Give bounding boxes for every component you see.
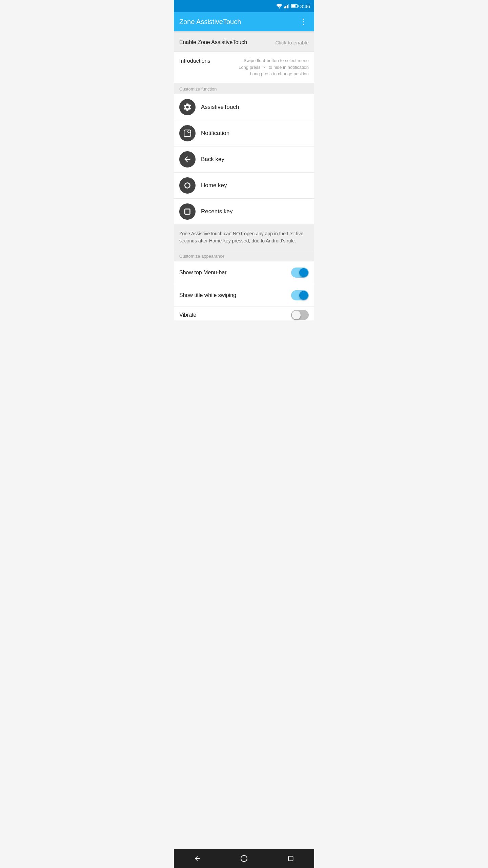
show-top-menu-bar-label: Show top Menu-bar	[179, 270, 227, 276]
show-title-while-swiping-label: Show title while swiping	[179, 292, 236, 298]
show-title-while-swiping-row[interactable]: Show title while swiping	[174, 284, 314, 307]
intro-line1: Swipe float-button to select menu	[239, 57, 309, 64]
gear-icon	[183, 103, 192, 112]
homekey-icon-circle	[179, 177, 196, 194]
show-top-menu-bar-toggle[interactable]	[291, 268, 309, 278]
svg-rect-1	[284, 7, 285, 8]
app-title: Zone AssistiveTouch	[179, 18, 241, 26]
signal-icon	[284, 4, 289, 8]
status-icons: 3:46	[276, 3, 310, 9]
backkey-label: Back key	[201, 156, 224, 163]
show-title-while-swiping-toggle[interactable]	[291, 290, 309, 300]
customize-function-header: Customize function	[174, 83, 314, 94]
enable-zone-row[interactable]: Enable Zone AssistiveTouch Click to enab…	[174, 33, 314, 52]
introductions-description: Swipe float-button to select menu Long p…	[239, 57, 309, 77]
svg-rect-6	[298, 5, 298, 7]
app-bar: Zone AssistiveTouch ⋮	[174, 12, 314, 31]
menu-item-notification[interactable]: Notification	[174, 120, 314, 146]
svg-rect-3	[287, 5, 288, 8]
home-icon	[183, 181, 192, 190]
introductions-row[interactable]: Introductions Swipe float-button to sele…	[174, 52, 314, 83]
wifi-icon	[276, 4, 282, 8]
intro-line3: Long press to change position	[239, 71, 309, 77]
show-top-menu-bar-row[interactable]: Show top Menu-bar	[174, 261, 314, 284]
back-icon	[183, 155, 192, 164]
notification-icon	[183, 129, 192, 138]
content: Enable Zone AssistiveTouch Click to enab…	[174, 33, 314, 339]
recents-icon	[183, 207, 192, 216]
more-options-icon[interactable]: ⋮	[298, 16, 309, 27]
svg-rect-4	[288, 4, 289, 8]
notification-icon-circle	[179, 125, 196, 141]
svg-point-9	[188, 130, 191, 133]
notification-label: Notification	[201, 130, 229, 137]
vibrate-toggle[interactable]	[291, 310, 309, 320]
svg-point-0	[279, 7, 280, 8]
intro-line2: Long press "×" to hide in notification	[239, 64, 309, 71]
svg-point-10	[185, 183, 190, 188]
menu-item-backkey[interactable]: Back key	[174, 146, 314, 173]
note-box: Zone AssistiveTouch can NOT open any app…	[174, 225, 314, 250]
svg-rect-11	[185, 209, 190, 214]
status-bar: 3:46	[174, 0, 314, 12]
customize-appearance-header: Customize appearance	[174, 250, 314, 261]
menu-item-assistivetouch[interactable]: AssistiveTouch	[174, 94, 314, 120]
homekey-label: Home key	[201, 182, 227, 189]
backkey-icon-circle	[179, 151, 196, 167]
toggle-thumb-vibrate	[292, 311, 301, 319]
assistivetouch-label: AssistiveTouch	[201, 104, 239, 111]
status-time: 3:46	[300, 3, 310, 9]
assistivetouch-icon-circle	[179, 99, 196, 115]
click-to-enable-button[interactable]: Click to enable	[276, 40, 309, 45]
toggle-thumb-show-top	[299, 268, 308, 277]
recentskey-label: Recents key	[201, 208, 233, 215]
svg-rect-7	[291, 5, 296, 7]
toggle-thumb-show-title	[299, 291, 308, 300]
enable-zone-label: Enable Zone AssistiveTouch	[179, 39, 247, 45]
vibrate-row[interactable]: Vibrate	[174, 307, 314, 320]
vibrate-label: Vibrate	[179, 312, 196, 318]
svg-rect-2	[285, 6, 286, 8]
menu-item-homekey[interactable]: Home key	[174, 173, 314, 199]
battery-icon	[291, 4, 299, 8]
recentskey-icon-circle	[179, 203, 196, 220]
introductions-label: Introductions	[179, 57, 210, 64]
menu-item-recentskey[interactable]: Recents key	[174, 199, 314, 225]
